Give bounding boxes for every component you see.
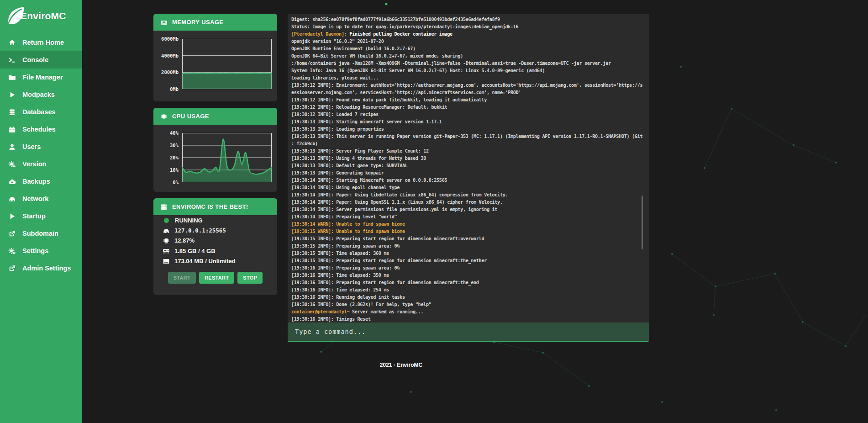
sidebar-item-version[interactable]: Version xyxy=(0,155,82,173)
console-line: [19:30:12 INFO]: Environment: authHost='… xyxy=(291,82,645,89)
stop-button[interactable]: STOP xyxy=(237,272,263,284)
cpu-icon xyxy=(160,113,168,120)
sidebar-item-label: Console xyxy=(22,56,48,63)
database-icon xyxy=(8,108,16,116)
server-info-header: ENVIROMC IS THE BEST! xyxy=(153,198,277,215)
console-line: [19:30:13 INFO]: Generating keypair xyxy=(291,169,645,177)
console-line: openjdk version "16.0.2" 2021-07-20 xyxy=(291,38,645,45)
console-output[interactable]: Digest: sha256:ee078f9ef8fad0777f91a6b66… xyxy=(288,14,649,323)
start-button[interactable]: START xyxy=(168,272,196,284)
network-icon xyxy=(163,227,170,234)
console-line: [19:30:14 INFO]: Preparing level "world" xyxy=(291,213,645,221)
command-input[interactable] xyxy=(288,323,649,341)
axis-tick-label: 10% xyxy=(170,167,179,173)
console-line: [19:30:13 INFO]: This server is running … xyxy=(291,133,645,140)
axis-tick-label: 20% xyxy=(170,155,179,160)
console-line: [19:30:15 INFO]: Preparing spawn area: 0… xyxy=(291,243,645,250)
console-input-bar xyxy=(288,323,649,342)
sidebar-item-label: Backups xyxy=(22,178,50,185)
cloud-download-icon xyxy=(8,178,16,185)
app-logo[interactable]: EnviroMC xyxy=(0,0,82,30)
disk-usage-value: 173.04 MB / Unlimited xyxy=(174,258,236,264)
memory-card-header: MEMORY USAGE xyxy=(153,14,277,31)
console-line: OpenJDK 64-Bit Server VM (build 16.0.2+7… xyxy=(291,53,645,60)
console-line: [19:30:15 INFO]: Time elapsed: 360 ms xyxy=(291,250,645,257)
home-icon xyxy=(8,39,16,47)
axis-tick-label: 30% xyxy=(170,143,179,148)
console-line: essionserver.mojang.com', servicesHost='… xyxy=(291,89,645,96)
sidebar-item-console[interactable]: Console xyxy=(0,51,82,69)
sidebar-item-label: Startup xyxy=(22,212,46,220)
console-line: [19:30:16 INFO]: Time elapsed: 350 ms xyxy=(291,272,645,279)
sidebar-item-settings[interactable]: Settings xyxy=(0,242,82,259)
sidebar-item-backups[interactable]: Backups xyxy=(0,173,82,190)
console-line: [19:30:16 INFO]: Preparing start region … xyxy=(291,279,645,286)
console-line: [19:30:14 WARN]: Unable to find spawn bi… xyxy=(291,221,645,228)
console-scrollbar-thumb[interactable] xyxy=(642,196,643,249)
play-icon xyxy=(8,91,16,99)
play-icon xyxy=(8,212,16,220)
axis-tick-label: 2000Mb xyxy=(161,69,179,75)
axis-tick-label: 0% xyxy=(173,180,179,185)
sidebar-item-users[interactable]: Users xyxy=(0,138,82,155)
sidebar-item-admin-settings[interactable]: Admin Settings xyxy=(0,259,82,277)
console-line: [19:30:16 INFO]: Preparing spawn area: 0… xyxy=(291,264,645,272)
logo-text: EnviroMC xyxy=(21,11,66,21)
server-address-row: 127.0.0.1:25565 xyxy=(153,225,277,235)
memory-card-title: MEMORY USAGE xyxy=(172,19,223,26)
sidebar-item-startup[interactable]: Startup xyxy=(0,207,82,225)
sidebar-item-label: Users xyxy=(22,143,41,150)
axis-tick-label: 40% xyxy=(170,130,179,136)
axis-tick-label: 6000Mb xyxy=(161,36,179,42)
terminal-icon xyxy=(8,56,16,64)
sidebar-item-label: Settings xyxy=(22,247,48,254)
sidebar-item-subdomain[interactable]: Subdomain xyxy=(0,225,82,242)
console-line: [19:30:14 INFO]: Paper: Using libdeflate… xyxy=(291,191,645,199)
sidebar-item-return-home[interactable]: Return Home xyxy=(0,34,82,51)
cpu-usage-chart xyxy=(182,133,272,182)
external-link-icon xyxy=(8,230,16,238)
cpu-usage-value: 12.87% xyxy=(174,237,195,244)
sidebar-item-label: Schedules xyxy=(22,126,56,133)
sidebar-item-modpacks[interactable]: Modpacks xyxy=(0,86,82,103)
axis-tick-label: 0Mb xyxy=(170,86,179,92)
sidebar-item-file-manager[interactable]: File Manager xyxy=(0,69,82,86)
console-line: [19:30:14 INFO]: Starting Minecraft serv… xyxy=(291,177,645,184)
restart-button[interactable]: RESTART xyxy=(199,272,234,284)
console-line: Digest: sha256:ee078f9ef8fad0777f91a6b66… xyxy=(291,16,645,23)
power-buttons: START RESTART STOP xyxy=(153,272,277,284)
network-icon xyxy=(8,195,16,203)
user-icon xyxy=(8,143,16,151)
console-line: [19:30:14 INFO]: Paper: Using OpenSSL 1.… xyxy=(291,199,645,206)
sidebar-item-label: File Manager xyxy=(22,74,63,81)
sidebar-item-databases[interactable]: Databases xyxy=(0,103,82,121)
sidebar-item-network[interactable]: Network xyxy=(0,190,82,207)
server-status-row: RUNNING xyxy=(153,215,277,225)
server-address: 127.0.0.1:25565 xyxy=(174,227,226,234)
sidebar-item-label: Subdomain xyxy=(22,230,58,237)
console-line: [19:30:12 INFO]: Found new data pack fil… xyxy=(291,96,645,104)
memory-usage-value: 1.85 GB / 4 GB xyxy=(174,248,216,254)
console-line: container@pterodactyl~ Server marked as … xyxy=(291,308,645,316)
server-icon xyxy=(160,203,168,211)
memory-icon xyxy=(163,247,170,254)
status-badge: RUNNING xyxy=(175,217,203,224)
axis-tick-label: 4000Mb xyxy=(161,53,179,58)
console-line: [19:30:13 INFO]: Loading properties xyxy=(291,126,645,133)
console-line: OpenJDK Runtime Environment (build 16.0.… xyxy=(291,45,645,53)
console-line: [19:30:14 INFO]: Server permissions file… xyxy=(291,206,645,213)
console-line: [19:30:16 INFO]: Time elapsed: 254 ms xyxy=(291,286,645,294)
memory-icon xyxy=(160,19,168,26)
sidebar-item-schedules[interactable]: Schedules xyxy=(0,121,82,138)
sidebar-nav: Return HomeConsoleFile ManagerModpacksDa… xyxy=(0,34,82,277)
console-line: [19:30:16 INFO]: Done (2.862s)! For help… xyxy=(291,301,645,308)
sidebar-item-label: Modpacks xyxy=(22,91,55,98)
server-info-card: ENVIROMC IS THE BEST! RUNNING 127.0.0.1:… xyxy=(153,198,277,295)
console-line: [19:30:13 INFO]: Server Ping Player Samp… xyxy=(291,148,645,155)
server-info-title: ENVIROMC IS THE BEST! xyxy=(172,203,248,210)
console-line: [19:30:15 INFO]: Preparing start region … xyxy=(291,257,645,264)
gears-icon xyxy=(8,160,16,168)
console-line: Loading libraries, please wait... xyxy=(291,74,645,82)
sidebar-item-label: Return Home xyxy=(22,39,64,46)
cpu-card-title: CPU USAGE xyxy=(172,113,209,120)
